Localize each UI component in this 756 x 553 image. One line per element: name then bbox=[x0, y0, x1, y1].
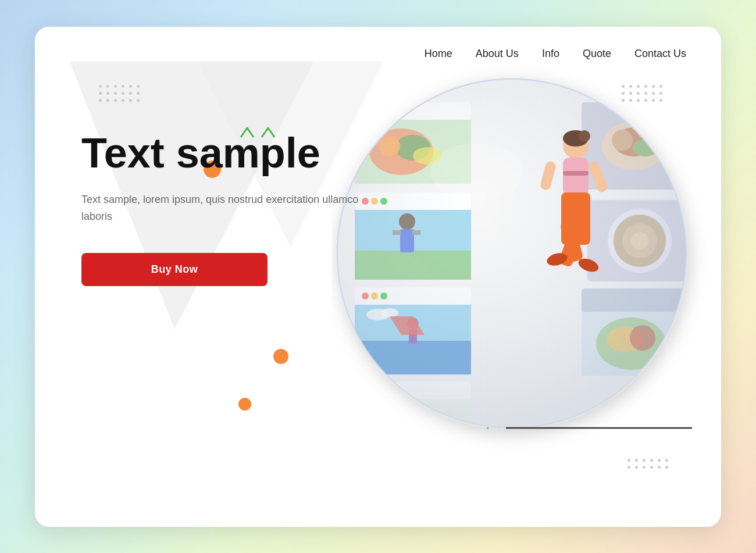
nav-about[interactable]: About Us bbox=[476, 48, 519, 60]
navigation: Home About Us Info Quote Contact Us bbox=[425, 27, 721, 60]
nav-info[interactable]: Info bbox=[542, 48, 559, 60]
svg-point-47 bbox=[375, 409, 416, 438]
globe-illustration bbox=[331, 56, 721, 492]
buy-now-button[interactable]: Buy Now bbox=[81, 253, 268, 286]
hero-content: Text sample Text sample, lorem ipsum, qu… bbox=[81, 131, 361, 286]
nav-contact[interactable]: Contact Us bbox=[634, 48, 686, 60]
svg-point-44 bbox=[380, 387, 387, 394]
svg-point-8 bbox=[371, 108, 378, 115]
hero-headline: Text sample bbox=[81, 131, 361, 176]
orange-circle-3 bbox=[273, 349, 288, 364]
svg-point-66 bbox=[430, 143, 523, 201]
svg-point-9 bbox=[380, 108, 387, 115]
svg-rect-70 bbox=[563, 158, 589, 195]
orange-circle-4 bbox=[238, 398, 251, 411]
dots-top-left bbox=[99, 85, 140, 102]
hero-subtext: Text sample, lorem ipsum, quis nostrud e… bbox=[81, 191, 361, 225]
svg-point-7 bbox=[362, 108, 369, 115]
svg-point-42 bbox=[362, 387, 369, 394]
globe-svg bbox=[331, 56, 721, 474]
svg-point-64 bbox=[337, 79, 686, 428]
svg-point-48 bbox=[407, 409, 430, 433]
svg-rect-78 bbox=[563, 171, 589, 176]
svg-point-43 bbox=[371, 387, 378, 394]
nav-quote[interactable]: Quote bbox=[583, 48, 611, 60]
nav-home[interactable]: Home bbox=[425, 48, 452, 60]
svg-point-69 bbox=[579, 130, 590, 142]
main-card: Home About Us Info Quote Contact Us bbox=[35, 27, 721, 527]
